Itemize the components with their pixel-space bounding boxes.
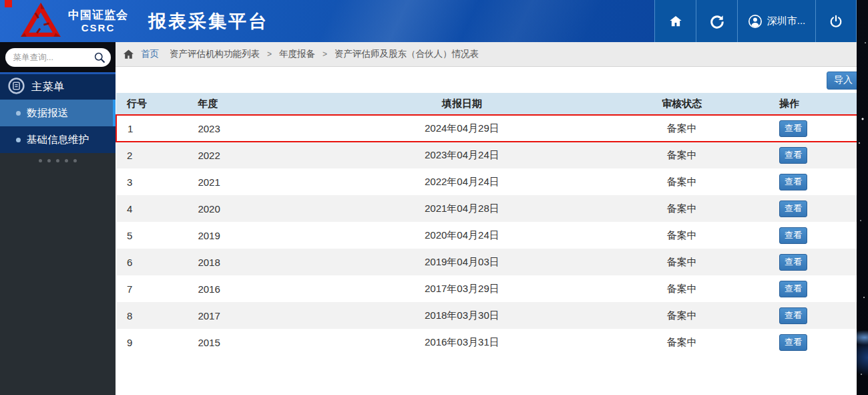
search-icon[interactable] — [93, 51, 106, 67]
table-row: 120232024年04月29日备案中查看 — [116, 115, 867, 142]
breadcrumb: 首页 资产评估机构功能列表>年度报备>资产评估师及股东（合伙人）情况表 — [116, 42, 868, 67]
power-icon — [829, 14, 843, 29]
table-row: 920152016年03月31日备案中查看 — [116, 329, 867, 356]
year-cell: 2015 — [187, 329, 329, 356]
action-cell: 查看 — [769, 249, 867, 275]
table-row: 320212022年04月24日备案中查看 — [116, 168, 867, 195]
table-row: 620182019年04月03日备案中查看 — [116, 249, 867, 275]
row-number-cell: 5 — [116, 222, 187, 249]
table-header: 行号 年度 填报日期 审核状态 操作 — [116, 93, 867, 115]
brand: 中国证监会 CSRC 报表采集平台 — [0, 2, 268, 41]
view-button[interactable]: 查看 — [779, 254, 807, 271]
table-row: 220222023年04月24日备案中查看 — [116, 142, 867, 168]
status-cell: 备案中 — [595, 142, 769, 168]
report-date-cell: 2016年03月31日 — [329, 329, 594, 356]
org-name-cn: 中国证监会 — [68, 9, 128, 22]
view-button[interactable]: 查看 — [779, 307, 807, 324]
view-button[interactable]: 查看 — [779, 227, 807, 244]
pagination-dots — [0, 159, 116, 162]
report-date-cell: 2022年04月24日 — [329, 168, 594, 195]
home-icon — [668, 14, 683, 29]
bullet-icon — [16, 138, 21, 142]
dot-icon — [56, 159, 59, 162]
report-date-cell: 2023年04月24日 — [329, 142, 594, 168]
year-cell: 2017 — [187, 302, 329, 329]
report-date-cell: 2021年04月28日 — [329, 195, 594, 222]
view-button[interactable]: 查看 — [779, 174, 807, 190]
dot-icon — [47, 159, 51, 162]
sidebar-search-area — [0, 42, 116, 74]
status-cell: 备案中 — [595, 195, 769, 222]
breadcrumb-trail: 资产评估机构功能列表>年度报备>资产评估师及股东（合伙人）情况表 — [167, 48, 481, 60]
action-cell: 查看 — [769, 329, 867, 356]
row-number-cell: 2 — [116, 142, 187, 168]
col-header-report-date: 填报日期 — [329, 93, 594, 115]
year-cell: 2020 — [187, 195, 329, 222]
refresh-icon — [710, 14, 724, 29]
report-date-cell: 2018年03月30日 — [329, 302, 594, 329]
breadcrumb-separator: > — [267, 49, 272, 59]
col-header-review-status: 审核状态 — [595, 93, 769, 115]
toolbar: 导入 — [116, 67, 868, 93]
report-date-cell: 2024年04月29日 — [329, 115, 594, 142]
action-cell: 查看 — [769, 195, 867, 222]
main-menu-icon — [7, 77, 25, 98]
dot-icon — [39, 159, 42, 162]
report-table: 行号 年度 填报日期 审核状态 操作 120232024年04月29日备案中查看… — [116, 93, 868, 356]
row-number-cell: 7 — [116, 275, 187, 302]
status-cell: 备案中 — [595, 302, 769, 329]
row-number-cell: 8 — [116, 302, 187, 329]
view-button[interactable]: 查看 — [779, 147, 807, 164]
status-cell: 备案中 — [595, 222, 769, 249]
user-menu[interactable]: 深圳市... — [737, 0, 815, 42]
import-button[interactable]: 导入 — [827, 72, 860, 90]
dot-icon — [73, 159, 77, 162]
status-cell: 备案中 — [595, 329, 769, 356]
breadcrumb-item[interactable]: 年度报备 — [279, 49, 315, 59]
app-root: 中国证监会 CSRC 报表采集平台 深圳市... — [0, 0, 868, 395]
sidebar-menu: 数据报送基础信息维护 — [0, 100, 116, 153]
main-menu-label: 主菜单 — [31, 80, 65, 94]
table-row: 820172018年03月30日备案中查看 — [116, 302, 867, 329]
action-cell: 查看 — [769, 275, 867, 302]
user-icon — [748, 14, 763, 29]
status-cell: 备案中 — [595, 275, 769, 302]
status-cell: 备案中 — [595, 168, 769, 195]
status-cell: 备案中 — [595, 115, 769, 142]
sidebar-item-label: 数据报送 — [27, 106, 68, 120]
col-header-actions: 操作 — [769, 93, 867, 115]
view-button[interactable]: 查看 — [779, 334, 807, 351]
app-title: 报表采集平台 — [148, 9, 268, 33]
breadcrumb-item[interactable]: 资产评估机构功能列表 — [170, 49, 260, 59]
table-row: 720162017年03月29日备案中查看 — [116, 275, 867, 302]
action-cell: 查看 — [769, 142, 867, 168]
sidebar-main-menu-header[interactable]: 主菜单 — [0, 74, 116, 100]
action-cell: 查看 — [769, 302, 867, 329]
refresh-button[interactable] — [696, 0, 737, 42]
org-name: 中国证监会 CSRC — [68, 9, 128, 33]
breadcrumb-home-icon — [122, 48, 135, 61]
report-date-cell: 2017年03月29日 — [329, 275, 594, 302]
row-number-cell: 1 — [116, 115, 187, 142]
view-button[interactable]: 查看 — [779, 120, 807, 137]
report-date-cell: 2020年04月24日 — [329, 222, 594, 249]
table-row: 420202021年04月28日备案中查看 — [116, 195, 867, 222]
table-body: 120232024年04月29日备案中查看220222023年04月24日备案中… — [116, 115, 867, 356]
logout-button[interactable] — [815, 0, 857, 42]
year-cell: 2016 — [187, 275, 329, 302]
user-label: 深圳市... — [767, 15, 806, 27]
col-header-row-number: 行号 — [116, 93, 187, 115]
year-cell: 2018 — [187, 249, 329, 275]
bullet-icon — [16, 111, 21, 116]
org-name-en: CSRC — [68, 22, 128, 33]
year-cell: 2023 — [187, 115, 329, 142]
sidebar-item-basic-info-maintenance[interactable]: 基础信息维护 — [0, 126, 116, 153]
col-header-year: 年度 — [187, 93, 329, 115]
breadcrumb-home-link[interactable]: 首页 — [141, 48, 159, 60]
breadcrumb-separator: > — [322, 49, 327, 59]
row-number-cell: 6 — [116, 249, 187, 275]
view-button[interactable]: 查看 — [779, 281, 807, 297]
home-button[interactable] — [654, 0, 696, 42]
sidebar-item-data-reporting[interactable]: 数据报送 — [0, 100, 116, 126]
view-button[interactable]: 查看 — [779, 201, 807, 217]
